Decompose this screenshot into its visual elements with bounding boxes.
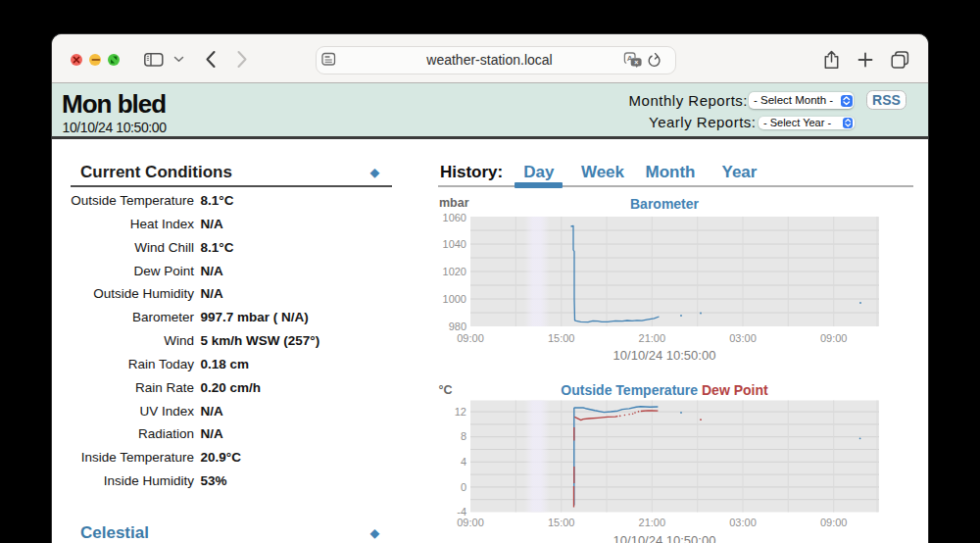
svg-text:980: 980 [449,321,466,332]
svg-text:Barometer: Barometer [630,196,700,212]
svg-text:21:00: 21:00 [639,332,666,344]
svg-text:03:00: 03:00 [729,517,757,528]
svg-text:8: 8 [461,430,466,442]
svg-text:1020: 1020 [443,266,466,277]
svg-text:09:00: 09:00 [820,332,848,344]
svg-text:×: × [634,59,638,66]
svg-text:09:00: 09:00 [820,517,848,528]
svg-text:0: 0 [461,481,466,493]
svg-text:4: 4 [461,456,466,468]
svg-text:09:00: 09:00 [457,517,484,528]
svg-text:°C: °C [439,383,453,397]
svg-text:Outside Temperature Dew Point: Outside Temperature Dew Point [561,382,768,398]
svg-text:12: 12 [455,406,466,418]
svg-text:1000: 1000 [443,293,466,305]
svg-text:21:00: 21:00 [639,517,666,528]
svg-text:mbar: mbar [439,196,469,210]
svg-text:10/10/24 10:50:00: 10/10/24 10:50:00 [613,348,716,363]
svg-text:1060: 1060 [443,212,466,223]
svg-text:15:00: 15:00 [548,517,575,528]
svg-text:15:00: 15:00 [548,332,575,344]
svg-text:10/10/24 10:50:00: 10/10/24 10:50:00 [613,533,716,543]
svg-text:03:00: 03:00 [729,332,757,344]
svg-text:09:00: 09:00 [457,332,484,344]
svg-text:1040: 1040 [443,238,466,250]
